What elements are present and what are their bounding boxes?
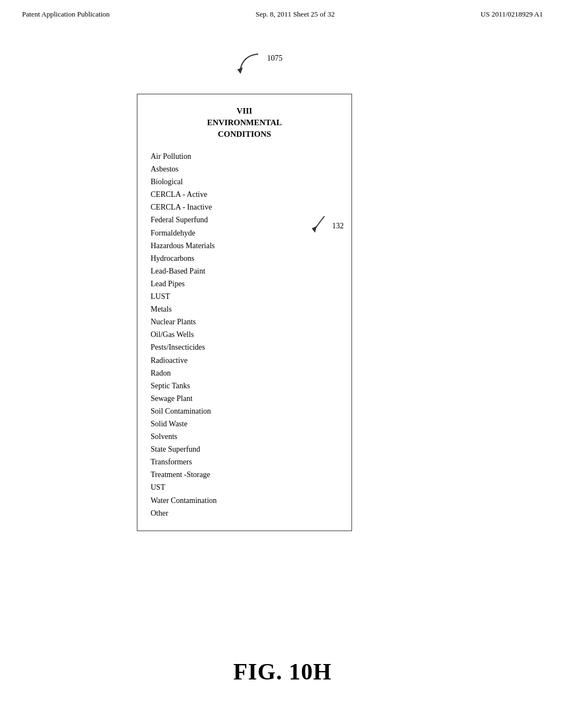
box-title: VIII ENVIRONMENTAL CONDITIONS bbox=[151, 105, 338, 140]
node-1075-label: 1075 bbox=[267, 54, 282, 63]
list-item: Other bbox=[151, 507, 338, 520]
page-header: Patent Application Publication Sep. 8, 2… bbox=[0, 0, 565, 19]
node-132-label: 132 bbox=[332, 222, 344, 231]
list-item: Asbestos bbox=[151, 163, 338, 175]
list-item: LUST bbox=[151, 290, 338, 303]
list-item: Hydrocarbons bbox=[151, 252, 338, 265]
list-item: CERCLA - Active bbox=[151, 188, 338, 201]
header-right: US 2011/0218929 A1 bbox=[481, 10, 543, 19]
box-title-line3: CONDITIONS bbox=[218, 130, 271, 138]
list-item: Treatment -Storage bbox=[151, 468, 338, 481]
list-item: Solid Waste bbox=[151, 417, 338, 430]
arrow-1075-group: 1075 bbox=[232, 50, 282, 80]
header-center: Sep. 8, 2011 Sheet 25 of 32 bbox=[255, 10, 334, 19]
list-item: Solvents bbox=[151, 430, 338, 443]
list-item: Water Contamination bbox=[151, 494, 338, 507]
list-item: Lead Pipes bbox=[151, 277, 338, 290]
list-item: Pests/Insecticides bbox=[151, 341, 338, 354]
list-item: UST bbox=[151, 481, 338, 494]
list-item: Hazardous Materials bbox=[151, 239, 338, 252]
list-item: Radioactive bbox=[151, 354, 338, 367]
conditions-list: Air PollutionAsbestosBiologicalCERCLA - … bbox=[151, 150, 338, 520]
list-item: Lead-Based Paint bbox=[151, 265, 338, 277]
svg-marker-1 bbox=[312, 226, 317, 233]
list-item: Radon bbox=[151, 367, 338, 379]
arrow-132-icon bbox=[309, 214, 330, 238]
environmental-conditions-box: VIII ENVIRONMENTAL CONDITIONS Air Pollut… bbox=[137, 94, 352, 531]
list-item: Oil/Gas Wells bbox=[151, 328, 338, 341]
arrow-1075-icon bbox=[232, 50, 265, 80]
list-item: Sewage Plant bbox=[151, 392, 338, 405]
list-item: Nuclear Plants bbox=[151, 315, 338, 328]
list-item: Air Pollution bbox=[151, 150, 338, 163]
list-item: Metals bbox=[151, 303, 338, 315]
header-left: Patent Application Publication bbox=[22, 10, 110, 19]
arrow-132-group: 132 bbox=[309, 214, 344, 238]
box-title-line2: ENVIRONMENTAL bbox=[207, 118, 282, 127]
list-item: Septic Tanks bbox=[151, 379, 338, 392]
list-item: CERCLA - Inactive bbox=[151, 201, 338, 213]
list-item: Transformers bbox=[151, 456, 338, 468]
list-item: State Superfund bbox=[151, 443, 338, 456]
box-title-line1: VIII bbox=[237, 106, 252, 115]
figure-label: FIG. 10H bbox=[0, 659, 565, 685]
list-item: Soil Contamination bbox=[151, 405, 338, 417]
list-item: Biological bbox=[151, 175, 338, 188]
